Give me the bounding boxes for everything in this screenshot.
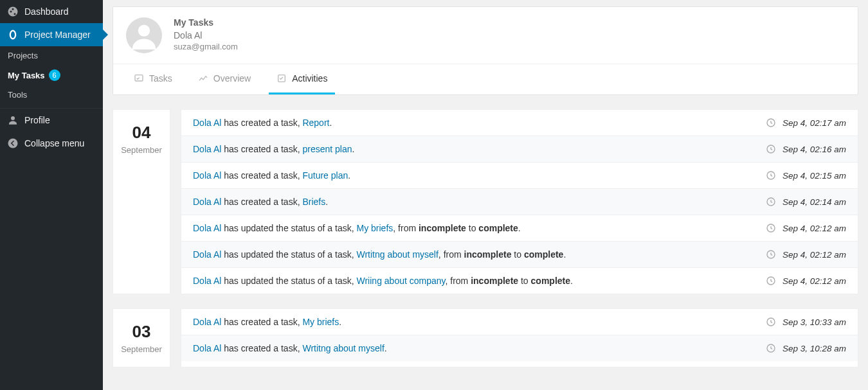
activity-time: Sep 4, 02:15 am: [766, 170, 846, 181]
activity-status-to: complete: [524, 249, 563, 260]
activity-task-link[interactable]: My briefs: [357, 223, 393, 233]
activity-status-from: incomplete: [419, 223, 466, 233]
tab-activities[interactable]: Activities: [269, 64, 335, 94]
activity-row: Dola Al has created a task, Briefs.Sep 4…: [181, 189, 858, 215]
activity-mid1: has created a task,: [221, 118, 302, 128]
activity-user-link[interactable]: Dola Al: [193, 144, 221, 154]
activity-user-link[interactable]: Dola Al: [193, 276, 221, 286]
page-title: My Tasks: [174, 17, 238, 28]
activity-time: Sep 4, 02:16 am: [766, 144, 846, 154]
activity-task-link[interactable]: Wrtitng about myself: [357, 249, 439, 260]
activity-timestamp: Sep 3, 10:33 am: [782, 317, 846, 327]
activity-status-to: complete: [531, 276, 570, 286]
sub-mytasks-label: My Tasks: [8, 71, 45, 80]
activity-list: Dola Al has created a task, Report.Sep 4…: [181, 109, 858, 294]
tab-tasks[interactable]: Tasks: [126, 64, 180, 94]
activity-timestamp: Sep 4, 02:16 am: [782, 145, 846, 154]
svg-point-1: [8, 139, 18, 148]
clock-icon: [766, 144, 776, 154]
nav-dashboard[interactable]: Dashboard: [0, 0, 103, 23]
sub-mytasks[interactable]: My Tasks 6: [0, 65, 103, 85]
overview-icon: [198, 73, 208, 84]
activity-mid1: has updated the status of a task,: [221, 276, 356, 286]
activity-user-link[interactable]: Dola Al: [193, 223, 221, 233]
clock-icon: [766, 118, 776, 128]
activity-task-link[interactable]: Future plan: [302, 170, 348, 181]
activity-row: Dola Al has updated the status of a task…: [181, 268, 858, 294]
activity-timestamp: Sep 4, 02:14 am: [782, 197, 846, 207]
activity-tail: .: [348, 170, 350, 181]
activity-task-link[interactable]: My briefs: [302, 317, 339, 327]
sub-projects[interactable]: Projects: [0, 46, 103, 65]
activity-mid3: to: [511, 249, 523, 260]
activity-user-link[interactable]: Dola Al: [193, 317, 221, 327]
tab-overview[interactable]: Overview: [190, 64, 258, 94]
activity-text: Dola Al has updated the status of a task…: [193, 276, 766, 286]
activity-mid1: has created a task,: [221, 343, 302, 353]
activity-user-link[interactable]: Dola Al: [193, 170, 221, 181]
user-name: Dola Al: [174, 30, 238, 40]
clock-icon: [766, 170, 776, 181]
activity-task-link[interactable]: Wrtitng about myself: [302, 343, 384, 353]
activity-timestamp: Sep 4, 02:12 am: [782, 250, 846, 260]
activity-status-from: incomplete: [464, 249, 512, 260]
nav-collapse[interactable]: Collapse menu: [0, 132, 103, 155]
day-block: 03September: [113, 308, 170, 368]
activity-row: Dola Al has created a task, Report.Sep 4…: [181, 110, 858, 136]
activity-row: Dola Al has updated the status of a task…: [181, 215, 858, 242]
activity-user-link[interactable]: Dola Al: [193, 118, 221, 128]
sub-tools[interactable]: Tools: [0, 85, 103, 104]
activity-row: Dola Al has created a task, Future plan.…: [181, 163, 858, 189]
activity-timestamp: Sep 4, 02:15 am: [782, 171, 846, 181]
activity-time: Sep 4, 02:12 am: [766, 223, 846, 233]
activity-tail: .: [329, 118, 332, 128]
activity-timestamp: Sep 3, 10:28 am: [782, 344, 846, 353]
activity-mid1: has updated the status of a task,: [221, 249, 356, 260]
activity-mid3: to: [466, 223, 478, 233]
nav-profile[interactable]: Profile: [0, 109, 103, 132]
tab-activities-label: Activities: [292, 73, 327, 84]
activity-text: Dola Al has created a task, Briefs.: [193, 197, 766, 207]
activity-user-link[interactable]: Dola Al: [193, 249, 221, 260]
activity-text: Dola Al has created a task, present plan…: [193, 144, 766, 154]
clock-icon: [766, 223, 776, 233]
activity-time: Sep 3, 10:28 am: [766, 343, 846, 353]
sub-tools-label: Tools: [8, 90, 27, 100]
activity-tail: .: [570, 276, 573, 286]
header-card: My Tasks Dola Al suza@gmail.com Tasks Ov…: [113, 6, 858, 95]
activity-mid1: has updated the status of a task,: [221, 223, 356, 233]
activity-text: Dola Al has created a task, My briefs.: [193, 317, 766, 327]
clock-icon: [766, 249, 776, 260]
activity-feed: 04SeptemberDola Al has created a task, R…: [113, 109, 858, 368]
activity-task-link[interactable]: Wriing about company: [357, 276, 446, 286]
nav-project-manager[interactable]: Project Manager: [0, 23, 103, 46]
activity-time: Sep 4, 02:12 am: [766, 276, 846, 286]
svg-point-2: [138, 25, 150, 37]
activity-text: Dola Al has created a task, Report.: [193, 118, 766, 128]
activity-time: Sep 4, 02:12 am: [766, 249, 846, 260]
clock-icon: [766, 317, 776, 327]
activity-task-link[interactable]: present plan: [302, 144, 352, 154]
clock-icon: [766, 343, 776, 353]
activity-user-link[interactable]: Dola Al: [193, 343, 221, 353]
activity-row: Dola Al has created a task, My briefs.Se…: [181, 309, 858, 335]
tab-row: Tasks Overview Activities: [113, 64, 858, 94]
activity-user-link[interactable]: Dola Al: [193, 197, 221, 207]
sidebar: Dashboard Project Manager Projects My Ta…: [0, 0, 103, 390]
activity-status-to: complete: [478, 223, 518, 233]
nav-profile-label: Profile: [24, 115, 50, 125]
activity-time: Sep 3, 10:33 am: [766, 317, 846, 327]
day-block: 04September: [113, 109, 170, 294]
activity-row: Dola Al has created a task, present plan…: [181, 136, 858, 163]
day-month: September: [117, 145, 166, 155]
activity-text: Dola Al has created a task, Future plan.: [193, 170, 766, 181]
activity-task-link[interactable]: Briefs: [302, 197, 325, 207]
activity-row: Dola Al has updated the status of a task…: [181, 242, 858, 268]
activity-tail: .: [352, 144, 355, 154]
activity-mid1: has created a task,: [221, 144, 302, 154]
nav-project-manager-label: Project Manager: [24, 30, 91, 40]
activity-task-link[interactable]: Report: [302, 118, 329, 128]
activity-timestamp: Sep 4, 02:17 am: [782, 118, 846, 128]
activity-timestamp: Sep 4, 02:12 am: [782, 224, 846, 233]
activity-mid3: to: [518, 276, 530, 286]
